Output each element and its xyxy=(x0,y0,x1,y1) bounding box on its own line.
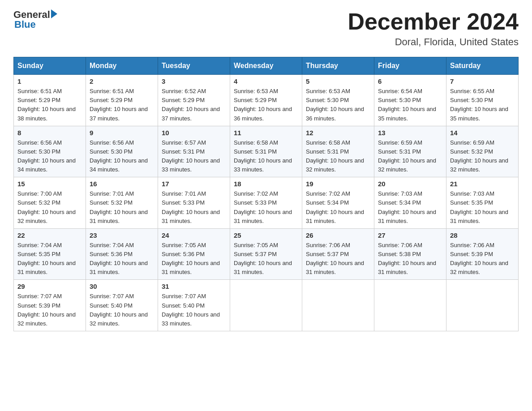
calendar-cell: 15 Sunrise: 7:00 AM Sunset: 5:32 PM Dayl… xyxy=(14,177,86,229)
col-sunday: Sunday xyxy=(14,57,86,75)
calendar-cell: 30 Sunrise: 7:07 AM Sunset: 5:40 PM Dayl… xyxy=(86,280,158,331)
day-number: 12 xyxy=(306,129,370,137)
day-number: 9 xyxy=(90,129,154,137)
calendar-cell xyxy=(302,280,374,331)
day-number: 22 xyxy=(17,231,82,239)
calendar-cell: 27 Sunrise: 7:06 AM Sunset: 5:38 PM Dayl… xyxy=(374,228,446,280)
day-detail: Sunrise: 7:06 AM Sunset: 5:37 PM Dayligh… xyxy=(306,241,370,277)
calendar-cell: 28 Sunrise: 7:06 AM Sunset: 5:39 PM Dayl… xyxy=(446,228,519,280)
day-number: 18 xyxy=(234,180,298,188)
day-number: 3 xyxy=(162,77,226,85)
day-number: 19 xyxy=(306,180,370,188)
calendar-table: Sunday Monday Tuesday Wednesday Thursday… xyxy=(13,57,519,331)
calendar-cell: 10 Sunrise: 6:57 AM Sunset: 5:31 PM Dayl… xyxy=(158,126,230,177)
day-detail: Sunrise: 7:01 AM Sunset: 5:32 PM Dayligh… xyxy=(90,189,154,226)
calendar-cell: 20 Sunrise: 7:03 AM Sunset: 5:34 PM Dayl… xyxy=(374,177,446,229)
day-detail: Sunrise: 6:52 AM Sunset: 5:29 PM Dayligh… xyxy=(162,87,226,123)
day-detail: Sunrise: 6:53 AM Sunset: 5:30 PM Dayligh… xyxy=(306,87,370,123)
day-number: 17 xyxy=(162,180,226,188)
calendar-cell: 4 Sunrise: 6:53 AM Sunset: 5:29 PM Dayli… xyxy=(230,75,302,126)
day-detail: Sunrise: 6:51 AM Sunset: 5:29 PM Dayligh… xyxy=(17,87,82,123)
day-number: 4 xyxy=(234,77,298,85)
calendar-cell: 14 Sunrise: 6:59 AM Sunset: 5:32 PM Dayl… xyxy=(446,126,519,177)
day-detail: Sunrise: 7:04 AM Sunset: 5:36 PM Dayligh… xyxy=(90,241,154,277)
col-friday: Friday xyxy=(374,57,446,75)
week-row-3: 15 Sunrise: 7:00 AM Sunset: 5:32 PM Dayl… xyxy=(14,177,519,229)
day-number: 31 xyxy=(162,283,226,290)
day-detail: Sunrise: 6:57 AM Sunset: 5:31 PM Dayligh… xyxy=(162,138,226,175)
location-title: Doral, Florida, United States xyxy=(348,36,519,48)
day-detail: Sunrise: 6:58 AM Sunset: 5:31 PM Dayligh… xyxy=(306,138,370,175)
calendar-cell: 11 Sunrise: 6:58 AM Sunset: 5:31 PM Dayl… xyxy=(230,126,302,177)
calendar-cell: 12 Sunrise: 6:58 AM Sunset: 5:31 PM Dayl… xyxy=(302,126,374,177)
week-row-1: 1 Sunrise: 6:51 AM Sunset: 5:29 PM Dayli… xyxy=(14,75,519,126)
day-detail: Sunrise: 7:05 AM Sunset: 5:36 PM Dayligh… xyxy=(162,241,226,277)
week-row-5: 29 Sunrise: 7:07 AM Sunset: 5:39 PM Dayl… xyxy=(14,280,519,331)
day-number: 10 xyxy=(162,129,226,137)
calendar-cell: 18 Sunrise: 7:02 AM Sunset: 5:33 PM Dayl… xyxy=(230,177,302,229)
week-row-4: 22 Sunrise: 7:04 AM Sunset: 5:35 PM Dayl… xyxy=(14,228,519,280)
day-detail: Sunrise: 6:55 AM Sunset: 5:30 PM Dayligh… xyxy=(450,87,515,123)
day-detail: Sunrise: 7:03 AM Sunset: 5:35 PM Dayligh… xyxy=(450,189,515,226)
day-number: 2 xyxy=(90,77,154,85)
calendar-cell: 2 Sunrise: 6:51 AM Sunset: 5:29 PM Dayli… xyxy=(86,75,158,126)
day-detail: Sunrise: 7:06 AM Sunset: 5:38 PM Dayligh… xyxy=(378,241,442,277)
day-detail: Sunrise: 6:59 AM Sunset: 5:31 PM Dayligh… xyxy=(378,138,442,175)
day-number: 13 xyxy=(378,129,442,137)
calendar-cell: 13 Sunrise: 6:59 AM Sunset: 5:31 PM Dayl… xyxy=(374,126,446,177)
day-detail: Sunrise: 7:02 AM Sunset: 5:34 PM Dayligh… xyxy=(306,189,370,226)
month-title: December 2024 xyxy=(348,9,519,34)
day-number: 27 xyxy=(378,231,442,239)
calendar-cell: 26 Sunrise: 7:06 AM Sunset: 5:37 PM Dayl… xyxy=(302,228,374,280)
logo: General Blue xyxy=(13,9,57,30)
calendar-cell: 31 Sunrise: 7:07 AM Sunset: 5:40 PM Dayl… xyxy=(158,280,230,331)
day-detail: Sunrise: 7:03 AM Sunset: 5:34 PM Dayligh… xyxy=(378,189,442,226)
calendar-cell: 19 Sunrise: 7:02 AM Sunset: 5:34 PM Dayl… xyxy=(302,177,374,229)
day-detail: Sunrise: 6:56 AM Sunset: 5:30 PM Dayligh… xyxy=(90,138,154,175)
page-header: General Blue December 2024 Doral, Florid… xyxy=(13,9,519,48)
calendar-cell xyxy=(374,280,446,331)
day-detail: Sunrise: 7:00 AM Sunset: 5:32 PM Dayligh… xyxy=(17,189,82,226)
calendar-cell: 24 Sunrise: 7:05 AM Sunset: 5:36 PM Dayl… xyxy=(158,228,230,280)
day-detail: Sunrise: 7:07 AM Sunset: 5:40 PM Dayligh… xyxy=(162,292,226,328)
day-detail: Sunrise: 7:05 AM Sunset: 5:37 PM Dayligh… xyxy=(234,241,298,277)
col-monday: Monday xyxy=(86,57,158,75)
day-detail: Sunrise: 7:04 AM Sunset: 5:35 PM Dayligh… xyxy=(17,241,82,277)
calendar-cell: 7 Sunrise: 6:55 AM Sunset: 5:30 PM Dayli… xyxy=(446,75,519,126)
calendar-cell: 16 Sunrise: 7:01 AM Sunset: 5:32 PM Dayl… xyxy=(86,177,158,229)
title-section: December 2024 Doral, Florida, United Sta… xyxy=(348,9,519,48)
day-number: 7 xyxy=(450,77,515,85)
calendar-cell: 1 Sunrise: 6:51 AM Sunset: 5:29 PM Dayli… xyxy=(14,75,86,126)
day-detail: Sunrise: 7:01 AM Sunset: 5:33 PM Dayligh… xyxy=(162,189,226,226)
calendar-cell: 3 Sunrise: 6:52 AM Sunset: 5:29 PM Dayli… xyxy=(158,75,230,126)
day-number: 16 xyxy=(90,180,154,188)
day-number: 24 xyxy=(162,231,226,239)
day-number: 20 xyxy=(378,180,442,188)
day-number: 21 xyxy=(450,180,515,188)
calendar-cell: 5 Sunrise: 6:53 AM Sunset: 5:30 PM Dayli… xyxy=(302,75,374,126)
calendar-cell xyxy=(446,280,519,331)
col-tuesday: Tuesday xyxy=(158,57,230,75)
day-number: 28 xyxy=(450,231,515,239)
day-detail: Sunrise: 6:51 AM Sunset: 5:29 PM Dayligh… xyxy=(90,87,154,123)
day-number: 26 xyxy=(306,231,370,239)
day-detail: Sunrise: 6:59 AM Sunset: 5:32 PM Dayligh… xyxy=(450,138,515,175)
calendar-cell: 9 Sunrise: 6:56 AM Sunset: 5:30 PM Dayli… xyxy=(86,126,158,177)
day-number: 5 xyxy=(306,77,370,85)
logo-triangle-icon xyxy=(51,9,57,18)
day-detail: Sunrise: 7:06 AM Sunset: 5:39 PM Dayligh… xyxy=(450,241,515,277)
day-number: 11 xyxy=(234,129,298,137)
day-number: 30 xyxy=(90,283,154,290)
day-detail: Sunrise: 7:07 AM Sunset: 5:39 PM Dayligh… xyxy=(17,292,82,328)
day-number: 6 xyxy=(378,77,442,85)
calendar-cell: 25 Sunrise: 7:05 AM Sunset: 5:37 PM Dayl… xyxy=(230,228,302,280)
calendar-cell: 6 Sunrise: 6:54 AM Sunset: 5:30 PM Dayli… xyxy=(374,75,446,126)
calendar-cell: 8 Sunrise: 6:56 AM Sunset: 5:30 PM Dayli… xyxy=(14,126,86,177)
day-detail: Sunrise: 6:56 AM Sunset: 5:30 PM Dayligh… xyxy=(17,138,82,175)
day-detail: Sunrise: 6:53 AM Sunset: 5:29 PM Dayligh… xyxy=(234,87,298,123)
day-number: 29 xyxy=(17,283,82,290)
day-number: 15 xyxy=(17,180,82,188)
day-detail: Sunrise: 6:58 AM Sunset: 5:31 PM Dayligh… xyxy=(234,138,298,175)
col-wednesday: Wednesday xyxy=(230,57,302,75)
calendar-cell: 29 Sunrise: 7:07 AM Sunset: 5:39 PM Dayl… xyxy=(14,280,86,331)
